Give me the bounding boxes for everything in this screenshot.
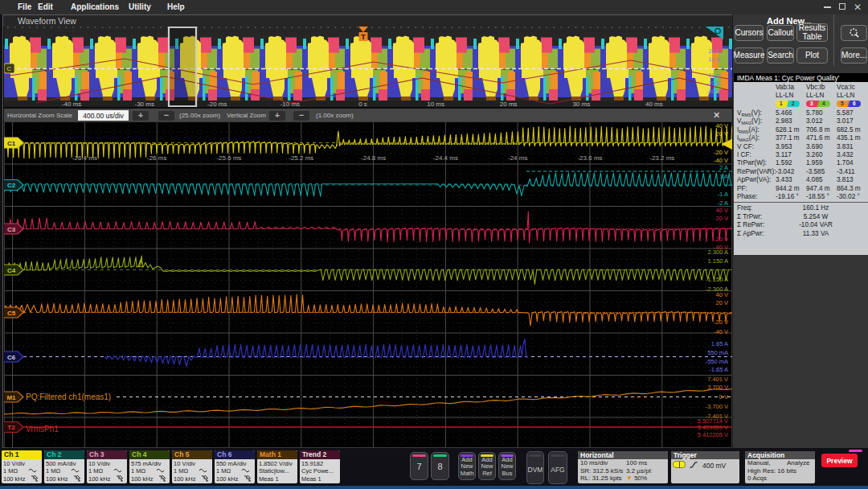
svg-text:-24.4 ms: -24.4 ms <box>433 154 458 162</box>
svg-text:-40 ms: -40 ms <box>62 101 81 107</box>
svg-text:5.412205 V: 5.412205 V <box>698 431 728 438</box>
svg-text:VrmsPh1: VrmsPh1 <box>26 425 59 434</box>
svg-text:C4: C4 <box>7 267 16 274</box>
svg-text:7.401 V: 7.401 V <box>707 376 728 383</box>
svg-text:-26.4 ms: -26.4 ms <box>72 154 97 162</box>
svg-text:-23.2 ms: -23.2 ms <box>649 154 674 162</box>
svg-text:-1.65 A: -1.65 A <box>709 366 728 373</box>
svg-text:2.300 A: 2.300 A <box>708 249 728 256</box>
svg-text:40 V: 40 V <box>716 291 728 298</box>
svg-text:0 s: 0 s <box>358 101 367 107</box>
svg-text:1.150 A: 1.150 A <box>708 257 728 265</box>
svg-text:PQ:Filtered ch1(meas1): PQ:Filtered ch1(meas1) <box>26 392 111 401</box>
svg-text:C2: C2 <box>7 182 16 189</box>
svg-text:C3: C3 <box>7 226 16 233</box>
svg-text:-20 V: -20 V <box>706 80 720 86</box>
svg-text:-25.6 ms: -25.6 ms <box>216 154 241 162</box>
svg-text:40 V: 40 V <box>716 122 728 129</box>
svg-text:-1.150 A: -1.150 A <box>706 276 728 283</box>
svg-text:-3.700 V: -3.700 V <box>706 403 728 410</box>
svg-text:-26 ms: -26 ms <box>147 154 166 162</box>
svg-text:-10 V: -10 V <box>706 72 720 78</box>
svg-text:-30 ms: -30 ms <box>134 101 154 107</box>
svg-text:20 V: 20 V <box>709 48 721 54</box>
svg-text:T2: T2 <box>7 424 15 431</box>
svg-text:-40 V: -40 V <box>714 328 728 335</box>
svg-text:-24.8 ms: -24.8 ms <box>361 154 386 162</box>
svg-text:20 V: 20 V <box>716 299 728 306</box>
svg-text:20 V: 20 V <box>716 130 728 138</box>
svg-text:-23.6 ms: -23.6 ms <box>577 154 602 162</box>
svg-text:0 V: 0 V <box>719 393 728 401</box>
svg-text:T: T <box>361 33 366 41</box>
svg-text:1.65 A: 1.65 A <box>711 340 728 347</box>
svg-text:-2 A: -2 A <box>718 199 728 207</box>
svg-text:-25.2 ms: -25.2 ms <box>289 154 313 162</box>
svg-text:-1 A: -1 A <box>718 191 728 198</box>
svg-text:-20 V: -20 V <box>714 318 728 326</box>
svg-text:-40 V: -40 V <box>714 157 728 164</box>
svg-text:-20 ms: -20 ms <box>207 101 227 107</box>
svg-text:30 ms: 30 ms <box>572 101 590 107</box>
svg-text:2 A: 2 A <box>719 164 728 171</box>
svg-text:C6: C6 <box>7 354 16 361</box>
svg-text:C5: C5 <box>7 310 16 317</box>
svg-text:-20 V: -20 V <box>714 149 728 156</box>
svg-text:-550 mA: -550 mA <box>706 358 728 365</box>
svg-text:M1: M1 <box>6 394 16 401</box>
svg-text:20 V: 20 V <box>716 215 728 222</box>
svg-text:40 ms: 40 ms <box>645 101 663 107</box>
svg-text:-24 ms: -24 ms <box>508 154 527 162</box>
svg-text:-10 ms: -10 ms <box>280 101 300 107</box>
svg-text:10 V: 10 V <box>709 56 721 62</box>
svg-text:C: C <box>7 65 12 72</box>
svg-text:1 A: 1 A <box>719 173 728 180</box>
svg-text:10 ms: 10 ms <box>427 101 444 107</box>
svg-text:-20 V: -20 V <box>714 236 728 243</box>
svg-text:40 V: 40 V <box>716 207 728 214</box>
svg-text:20 ms: 20 ms <box>500 101 518 107</box>
svg-text:C1: C1 <box>7 140 16 147</box>
svg-text:550 mA: 550 mA <box>707 349 728 356</box>
svg-text:3.700 V: 3.700 V <box>707 384 728 391</box>
svg-text:-30 V: -30 V <box>706 88 720 94</box>
